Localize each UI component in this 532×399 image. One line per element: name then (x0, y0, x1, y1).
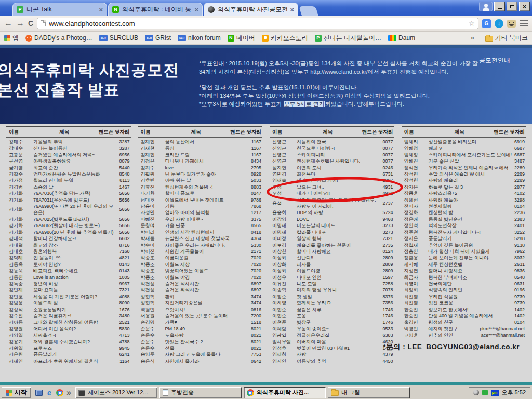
table-row: 손문수맛있는 잔치국수 28021 (138, 339, 263, 345)
nav-link-contest-info[interactable]: 공모전안내 (479, 56, 510, 65)
table-row: 임혜정스카이피니티에서 포시즌가든도 보이네!6687 (402, 152, 526, 158)
cell-title: 이월드 세상 (165, 261, 251, 268)
cell-title: 가을날의 추억 (33, 139, 119, 145)
cell-title: love (165, 165, 251, 171)
bookmark-item[interactable]: 신나는 디지털놀이… (315, 34, 381, 43)
tab-close-icon[interactable]: × (99, 6, 103, 14)
cell-phone: 7258 (382, 281, 394, 287)
bookmark-star-icon[interactable]: ☆ (468, 19, 475, 28)
minimize-button[interactable] (494, 2, 505, 11)
cell-name: 구선영 (6, 158, 33, 164)
back-button[interactable]: ← (4, 19, 12, 28)
table-row: 이명재비오는날의 데이트3273 (270, 222, 394, 229)
table-row: 박종조아름다운길7020 (138, 255, 263, 261)
cell-title: 일상의 행복 (297, 235, 382, 242)
table-row: 이상화피자몰2809 (270, 261, 394, 268)
bookmark-item[interactable]: Daum (388, 34, 415, 42)
browser-tab[interactable]: 의식주휴미락 : 네이버 통× (108, 3, 203, 16)
cell-phone: 5330 (251, 242, 262, 248)
column-header-title: 제목 (297, 129, 361, 136)
slr-badge-icon (99, 35, 108, 41)
cell-phone: 9468 (382, 216, 394, 222)
table-row: 남대호이월드에서 보내는 첫데이트9786 (138, 197, 263, 203)
bookmark-item[interactable]: 네이버 (228, 34, 255, 43)
task-button[interactable]: 제이포스 2012 Ver 12... (75, 387, 157, 398)
play-green-icon (315, 35, 322, 42)
cell-phone: 1746 (382, 313, 394, 319)
tab-close-icon[interactable]: × (194, 6, 198, 14)
cell-phone: 4379 (382, 351, 394, 357)
browser-tab[interactable]: 니콘 Talk× (12, 3, 107, 16)
reload-button[interactable]: C (28, 19, 33, 28)
internet-explorer-icon[interactable] (46, 389, 53, 396)
translate-icon[interactable] (482, 19, 491, 28)
other-bookmarks-button[interactable]: 기타 북마크 (485, 34, 528, 43)
table-row: 김경범스승의 날1467 (6, 184, 131, 190)
bookmark-item[interactable]: 카카오스토리 (262, 34, 308, 43)
cell-title: 으랏차차! (165, 307, 251, 313)
cell-phone: 5656 (119, 206, 130, 212)
cell-phone: 0928 (251, 171, 262, 177)
cell-title: 우리가족 외식은 언제나 애슐리 w 에서 (429, 165, 514, 171)
cell-title: 멋진 코코몽 (429, 300, 514, 306)
cell-phone: 3474 (251, 300, 262, 306)
cell-phone: 7321 (382, 235, 394, 242)
extension-face-icon[interactable] (507, 20, 516, 28)
cell-title: 아버지의 마음 (297, 339, 382, 345)
volume-icon[interactable] (473, 390, 479, 395)
cell-name: 한승진 (402, 307, 429, 313)
restore-button[interactable] (507, 2, 517, 11)
cell-name: 김대석 (6, 235, 33, 242)
cell-name: 최영미 (402, 281, 429, 287)
new-tab-button[interactable] (299, 6, 318, 16)
profile-button[interactable] (479, 2, 493, 11)
cell-phone: 3298 (514, 197, 526, 203)
cell-phone: 9786 (251, 197, 262, 203)
bookmarks-overflow-button[interactable]: » (471, 34, 474, 42)
cell-phone: 4788 (119, 339, 130, 345)
show-desktop-icon[interactable] (35, 390, 43, 396)
cell-name: 이종혁 (270, 287, 297, 293)
table-row: 염재슬제가찍은 키스 거야!2007 (270, 177, 394, 183)
cell-title: 엄마가처음싸준 뉴발란스운동화 (33, 171, 119, 177)
cell-name: 정훈용 (402, 255, 429, 261)
browser-tab[interactable]: 의식주휴미락 사진공모전× (204, 3, 298, 16)
url-text[interactable]: www.elandphotocontest.com (49, 20, 465, 28)
cell-name: 송영주 (138, 351, 165, 357)
cell-name: 장석천 (402, 171, 429, 177)
column-header-name: 이름 (6, 129, 33, 136)
bookmark-item[interactable]: SLRCLUB (99, 34, 138, 42)
cell-phone: 7200 (251, 313, 262, 319)
apps-grid-icon (4, 35, 10, 41)
quick-launch-overflow[interactable]: » (66, 388, 71, 397)
cell-phone: 7078 (382, 287, 394, 293)
table-column-group: 이름제목핸드폰 뒷자리김재현꿈의 동산에서1167김재현동심1167김재현코리안… (138, 126, 263, 364)
cell-name: 이유진 (270, 281, 297, 287)
table-row: 이보경애슐리를 좋아하는 현준이2735 (270, 242, 394, 248)
cell-name: 김정은 (138, 158, 165, 164)
task-button[interactable]: 의식주휴미락 사진... (244, 387, 326, 398)
bookmark-item[interactable]: nikon forum (178, 34, 221, 42)
cell-title: 즐거운 식사시간 (165, 281, 251, 287)
task-button[interactable]: 주방전송 (159, 387, 242, 398)
close-icon: × (523, 3, 526, 10)
close-button[interactable]: × (519, 2, 530, 11)
cell-name: 방현혁 (138, 294, 165, 300)
menu-icon[interactable] (520, 20, 528, 26)
bookmark-item[interactable]: 앱 (4, 34, 19, 43)
tab-close-icon[interactable]: × (290, 6, 294, 14)
forward-button[interactable]: → (16, 19, 24, 28)
bookmark-item[interactable]: DADDy's a Photog… (25, 34, 92, 42)
download-icon[interactable] (495, 19, 503, 28)
ime-pm-icon[interactable] (491, 390, 499, 396)
cell-title: 청년의 비상 (33, 281, 119, 287)
task-button[interactable]: 내 그림 (328, 387, 410, 398)
tray-green-icon[interactable] (482, 390, 488, 395)
cell-phone: 0418 (251, 229, 262, 235)
table-row: 이혜림우동이 좋아요~0533 (270, 326, 394, 332)
chrome-icon[interactable] (56, 389, 63, 396)
cell-title: 노을사랑 (165, 332, 251, 338)
address-bar[interactable]: www.elandphotocontest.com ☆ (37, 18, 478, 29)
start-button[interactable]: 시작 (2, 387, 31, 398)
bookmark-item[interactable]: GRist (145, 34, 171, 42)
